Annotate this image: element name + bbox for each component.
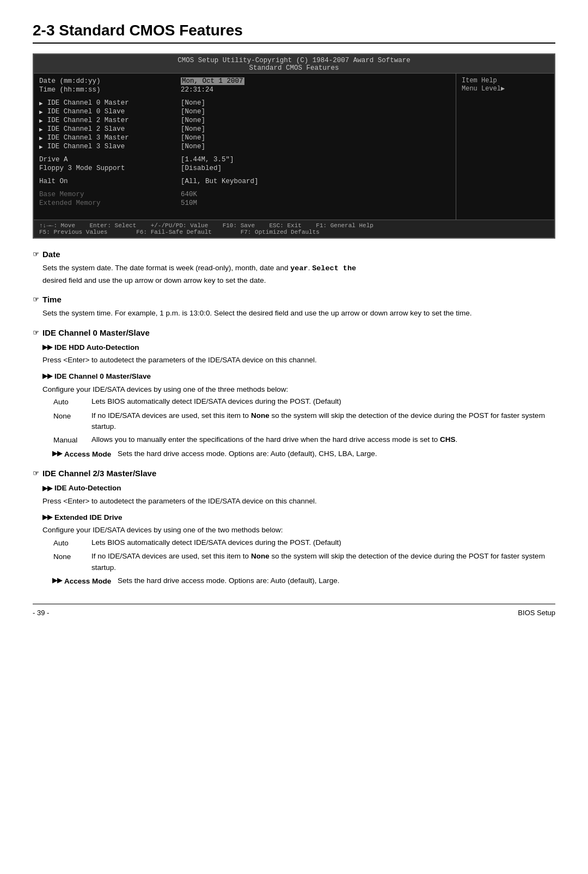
double-arrow-icon-2: ▶▶ [42,371,52,381]
bios-label-basemem: Base Memory [39,191,181,198]
bios-value-drivea: [1.44M, 3.5"] [181,156,450,163]
double-arrow-icon-6: ▶▶ [52,575,62,586]
section-time-body: Sets the system time. For example, 1 p.m… [42,307,555,319]
ide23-access-mode-text: Access Mode [64,575,111,587]
sub-ide0-intro: Configure your IDE/SATA devices by using… [42,384,555,396]
bios-value-extmem: 510M [181,199,450,207]
ide0-access-mode-text: Access Mode [64,448,111,460]
cursor-icon-date: ☞ [33,250,39,258]
ide0-auto-term: Auto [53,396,86,408]
sub-ide0-master-slave-text: IDE Channel 0 Master/Slave [54,371,151,383]
bios-label-ide2slave: ▶ IDE Channel 2 Slave [39,125,181,133]
mono-select: Select the [312,264,356,272]
sub-ide23-auto-title: ▶▶ IDE Auto-Detection [42,482,555,494]
bios-label-ide3master: ▶ IDE Channel 3 Master [39,134,181,142]
bios-row-ide2master: ▶ IDE Channel 2 Master [None] [39,116,450,125]
bios-footer-line2a: F5: Previous Values F6: Fail-Safe Defaul… [39,229,373,235]
sub-ide0-master-slave: ▶▶ IDE Channel 0 Master/Slave Configure … [42,371,555,446]
bios-header-sub: Standard CMOS Features [34,64,554,72]
cursor-icon-time: ☞ [33,295,39,304]
none-bold: None [251,411,270,420]
ide0-access-mode-row: ▶▶ Access Mode Sets the hard drive acces… [52,448,555,460]
double-arrow-icon-5: ▶▶ [42,512,52,523]
bios-label-halton: Halt On [39,178,181,185]
bios-row-drivea: Drive A [1.44M, 3.5"] [39,155,450,164]
bios-value-halton: [All, But Keyboard] [181,178,450,185]
ide23-bullet-auto: Auto Lets BIOS automatically detect IDE/… [53,537,555,549]
ide23-bullet-none: None If no IDE/SATA devices are used, se… [53,551,555,573]
bios-label-ide3slave: ▶ IDE Channel 3 Slave [39,143,181,150]
bios-footer: ↑↓→←: Move Enter: Select +/-/PU/PD: Valu… [34,220,554,238]
section-time-title: ☞ Time [33,295,555,304]
chs-bold: CHS [440,435,456,444]
bios-row-extmem: Extended Memory 510M [39,199,450,208]
ide0-none-desc: If no IDE/SATA devices are used, set thi… [91,410,555,433]
section-ide23-body: ▶▶ IDE Auto-Detection Press <Enter> to a… [42,482,555,587]
bios-header-title: CMOS Setup Utility-Copyright (C) 1984-20… [34,57,554,64]
ide0-bullet-list: Auto Lets BIOS automatically detect IDE/… [53,396,555,446]
section-ide0: ☞ IDE Channel 0 Master/Slave ▶▶ IDE HDD … [33,328,555,460]
bios-row-ide0slave: ▶ IDE Channel 0 Slave [None] [39,107,450,116]
ide0-auto-desc: Lets BIOS automatically detect IDE/SATA … [91,396,555,408]
ide23-access-mode-row: ▶▶ Access Mode Sets the hard drive acces… [52,575,555,587]
section-ide0-title: ☞ IDE Channel 0 Master/Slave [33,328,555,337]
page-title: 2-3 Standard CMOS Features [33,22,555,44]
section-ide23-title: ☞ IDE Channel 2/3 Master/Slave [33,469,555,478]
bios-value-ide3master: [None] [181,134,450,142]
bios-header: CMOS Setup Utility-Copyright (C) 1984-20… [34,54,554,74]
sub-ide0-hdd-auto-text: IDE HDD Auto-Detection [54,342,139,354]
bios-help-title: Item Help [462,77,549,84]
bios-value-ide2slave: [None] [181,125,450,133]
ide0-manual-desc: Allows you to manually enter the specifi… [91,434,555,446]
bios-label-ide2master: ▶ IDE Channel 2 Master [39,117,181,124]
bios-value-basemem: 640K [181,191,450,198]
sub-ide0-hdd-auto: ▶▶ IDE HDD Auto-Detection Press <Enter> … [42,342,555,366]
section-date-title: ☞ Date [33,250,555,259]
ide23-bullet-list: Auto Lets BIOS automatically detect IDE/… [53,537,555,573]
bios-row-ide2slave: ▶ IDE Channel 2 Slave [None] [39,125,450,133]
ide23-auto-desc: Lets BIOS automatically detect IDE/SATA … [91,537,555,549]
sub-ide0-hdd-auto-body: Press <Enter> to autodetect the paramete… [42,354,555,366]
cursor-icon-ide0: ☞ [33,329,39,337]
bios-row-ide3master: ▶ IDE Channel 3 Master [None] [39,133,450,142]
section-ide23: ☞ IDE Channel 2/3 Master/Slave ▶▶ IDE Au… [33,469,555,587]
bios-label-ide0slave: ▶ IDE Channel 0 Slave [39,108,181,116]
bios-value-ide0slave: [None] [181,108,450,116]
bios-value-ide3slave: [None] [181,143,450,150]
ide23-auto-term: Auto [53,537,86,549]
bios-value-time: 22:31:24 [181,86,450,94]
ide0-bullet-none: None If no IDE/SATA devices are used, se… [53,410,555,433]
sub-ide23-extended: ▶▶ Extended IDE Drive Configure your IDE… [42,512,555,573]
sub-ide23-auto-body: Press <Enter> to autodetect the paramete… [42,495,555,507]
double-arrow-icon-3: ▶▶ [52,448,62,459]
sub-ide0-hdd-auto-title: ▶▶ IDE HDD Auto-Detection [42,342,555,354]
bios-row-halton: Halt On [All, But Keyboard] [39,177,450,186]
bios-label-date: Date (mm:dd:yy) [39,77,181,85]
cursor-icon-ide23: ☞ [33,469,39,477]
mono-year: year [290,264,308,272]
bios-row-date: Date (mm:dd:yy) Mon, Oct 1 2007 [39,77,450,86]
page-footer-right: BIOS Setup [518,609,555,617]
bios-value-ide2master: [None] [181,117,450,124]
bios-screenshot-box: CMOS Setup Utility-Copyright (C) 1984-20… [33,53,555,239]
bios-footer-line1a: ↑↓→←: Move Enter: Select +/-/PU/PD: Valu… [39,222,373,229]
ide0-access-mode-label: ▶▶ Access Mode [52,448,112,460]
sub-ide23-extended-text: Extended IDE Drive [54,512,122,524]
ide23-none-desc: If no IDE/SATA devices are used, set thi… [91,551,555,573]
ide0-manual-term: Manual [53,434,86,446]
page-footer: - 39 - BIOS Setup [33,604,555,617]
section-time-title-text: Time [42,295,62,304]
bios-label-drivea: Drive A [39,156,181,163]
section-ide0-body: ▶▶ IDE HDD Auto-Detection Press <Enter> … [42,342,555,460]
sub-ide23-intro: Configure your IDE/SATA devices by using… [42,524,555,536]
bios-help-panel: Item Help Menu Level▶ [456,74,554,220]
bios-label-ide0master: ▶ IDE Channel 0 Master [39,99,181,107]
double-arrow-icon-4: ▶▶ [42,483,52,494]
section-date-title-text: Date [42,250,60,259]
bios-help-subtitle: Menu Level▶ [462,84,549,93]
ide0-bullet-auto: Auto Lets BIOS automatically detect IDE/… [53,396,555,408]
sub-ide23-extended-title: ▶▶ Extended IDE Drive [42,512,555,524]
section-time: ☞ Time Sets the system time. For example… [33,295,555,319]
sub-ide23-auto-text: IDE Auto-Detection [54,482,121,494]
bios-row-ide3slave: ▶ IDE Channel 3 Slave [None] [39,142,450,151]
